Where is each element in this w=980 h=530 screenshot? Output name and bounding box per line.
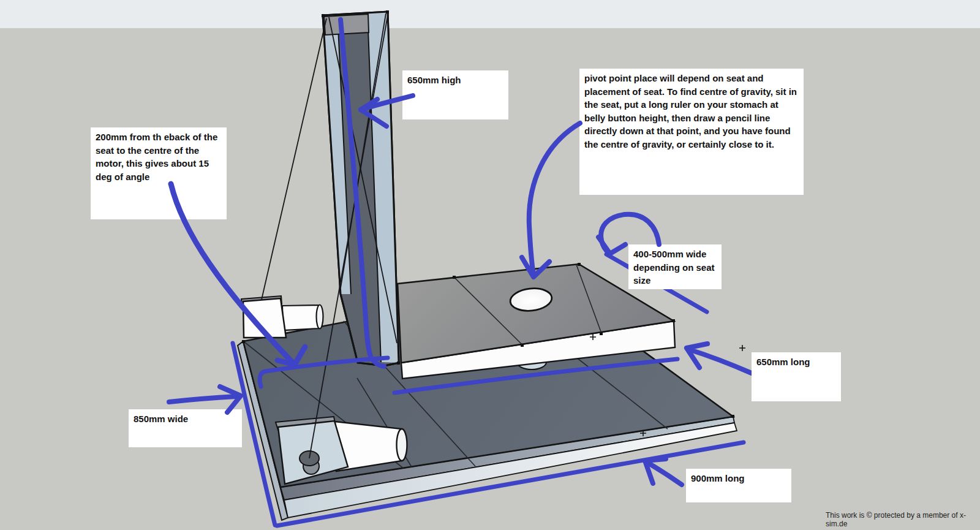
lower-motor-endcap bbox=[397, 429, 407, 461]
motor-offset-label: 200mm from th eback of the seat to the c… bbox=[91, 127, 227, 219]
back-post bbox=[323, 12, 399, 366]
simulator-frame-diagram: 650mm high pivot point place will depend… bbox=[0, 0, 980, 530]
upper-motor-endcap bbox=[317, 305, 323, 329]
height-label: 650mm high bbox=[402, 70, 508, 119]
upper-motor-cylinder bbox=[282, 305, 320, 330]
copyright-watermark: This work is © protected by a member of … bbox=[826, 511, 980, 528]
pivot-note-label: pivot point place will depend on seat an… bbox=[579, 69, 804, 195]
seat-width-label: 400-500mm wide depending on seat size bbox=[628, 244, 722, 289]
cable-to-upper-motor bbox=[262, 18, 326, 300]
upper-bracket-plate bbox=[243, 298, 286, 338]
base-width-label: 850mm wide bbox=[129, 409, 242, 447]
base-length-label: 900mm long bbox=[686, 469, 791, 502]
seat-length-label: 650mm long bbox=[752, 352, 841, 401]
